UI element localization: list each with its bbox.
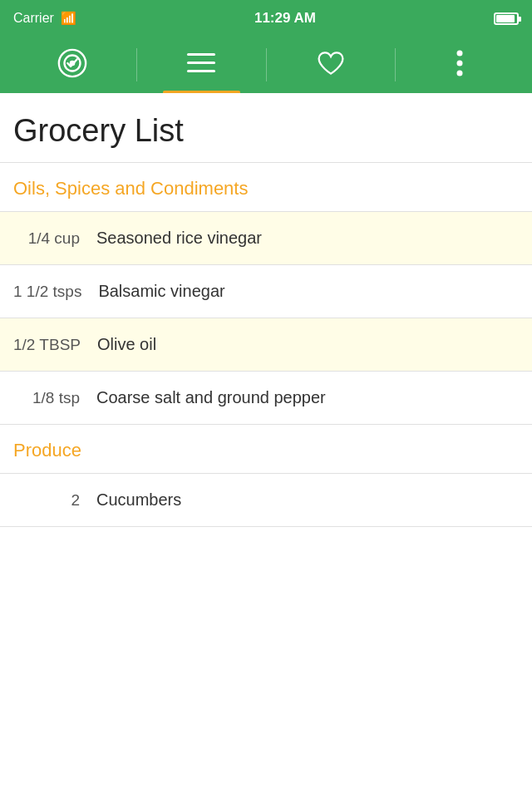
svg-rect-3 xyxy=(187,53,215,56)
status-bar: Carrier 📶 11:29 AM xyxy=(0,0,532,37)
status-left: Carrier 📶 xyxy=(13,11,76,26)
nav-item-more[interactable] xyxy=(396,37,524,93)
page-title: Grocery List xyxy=(0,93,532,163)
item-name: Cucumbers xyxy=(96,490,181,510)
battery-fill xyxy=(496,15,515,22)
heart-icon xyxy=(316,48,346,81)
section-title-oils: Oils, Spices and Condiments xyxy=(13,178,248,199)
item-qty: 2 xyxy=(13,491,96,510)
item-qty: 1/8 tsp xyxy=(13,389,96,407)
list-item[interactable]: 1/2 TBSP Olive oil xyxy=(0,318,532,372)
list-item[interactable]: 2 Cucumbers xyxy=(0,474,532,527)
item-name: Balsamic vinegar xyxy=(98,282,224,301)
nav-item-list[interactable] xyxy=(137,37,265,93)
status-right xyxy=(494,12,519,25)
nav-item-favorites[interactable] xyxy=(267,37,395,93)
list-item[interactable]: 1 1/2 tsps Balsamic vinegar xyxy=(0,265,532,318)
list-item[interactable]: 1/4 cup Seasoned rice vinegar xyxy=(0,212,532,265)
section-header-oils: Oils, Spices and Condiments xyxy=(0,163,532,212)
section-header-produce: Produce xyxy=(0,425,532,474)
target-icon xyxy=(57,47,88,82)
item-qty: 1/4 cup xyxy=(13,229,96,248)
section-title-produce: Produce xyxy=(13,440,81,461)
item-qty: 1/2 TBSP xyxy=(13,336,97,354)
item-name: Olive oil xyxy=(97,335,156,354)
item-name: Coarse salt and ground pepper xyxy=(96,388,326,407)
svg-point-6 xyxy=(456,51,462,57)
carrier-label: Carrier xyxy=(13,11,54,26)
list-item[interactable]: 1/8 tsp Coarse salt and ground pepper xyxy=(0,372,532,425)
svg-point-7 xyxy=(456,61,462,66)
svg-rect-5 xyxy=(187,70,215,72)
status-time: 11:29 AM xyxy=(254,10,316,27)
nav-item-target[interactable] xyxy=(8,37,136,93)
battery-icon xyxy=(494,12,519,25)
svg-rect-4 xyxy=(187,62,215,64)
top-nav xyxy=(0,37,532,93)
item-qty: 1 1/2 tsps xyxy=(13,283,98,301)
svg-point-8 xyxy=(456,71,462,76)
item-name: Seasoned rice vinegar xyxy=(96,229,262,248)
list-icon xyxy=(185,51,217,79)
more-dots-icon xyxy=(456,48,464,81)
wifi-icon: 📶 xyxy=(61,11,76,26)
